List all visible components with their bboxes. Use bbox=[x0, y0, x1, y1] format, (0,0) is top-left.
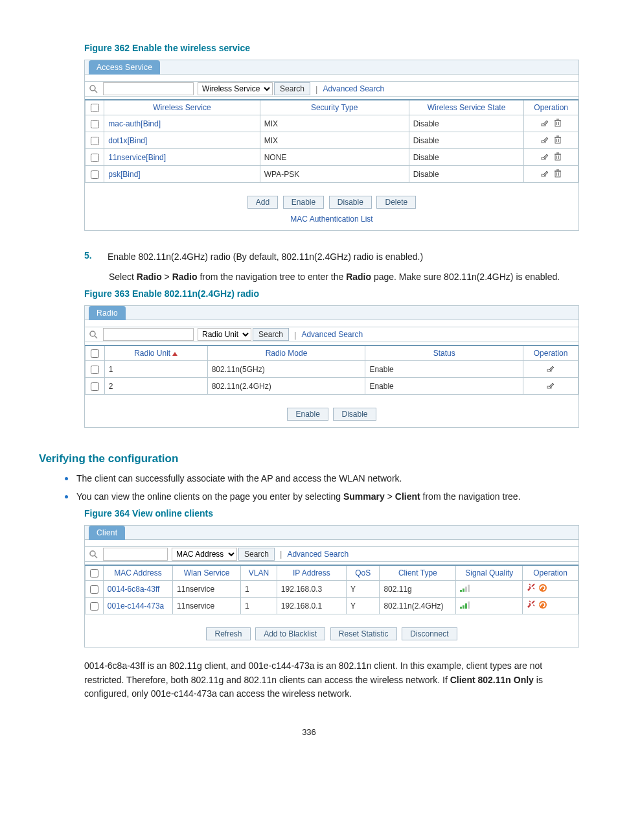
client-search-button[interactable]: Search bbox=[238, 548, 275, 561]
access-service-panel: Access Service Wireless Service Search |… bbox=[84, 60, 579, 231]
client-qos: Y bbox=[346, 598, 379, 614]
radio-advanced-search[interactable]: Advanced Search bbox=[301, 330, 363, 339]
search-icon bbox=[87, 83, 99, 95]
bind-link[interactable]: [Bind] bbox=[146, 153, 166, 162]
edit-icon[interactable] bbox=[540, 135, 549, 144]
col-mac[interactable]: MAC Address bbox=[103, 565, 172, 581]
trash-icon[interactable] bbox=[553, 118, 562, 127]
client-mac[interactable]: 001e-c144-473a bbox=[108, 601, 164, 611]
row-checkbox[interactable] bbox=[91, 120, 99, 128]
step5-paragraph: Select Radio > Radio from the navigation… bbox=[109, 270, 579, 285]
edit-icon[interactable] bbox=[540, 118, 549, 127]
ws-name: dot1x bbox=[108, 136, 127, 145]
client-service: 11nservice bbox=[173, 598, 241, 614]
client-ip: 192.168.0.1 bbox=[277, 598, 346, 614]
edit-icon[interactable] bbox=[546, 364, 555, 373]
row-checkbox[interactable] bbox=[90, 585, 98, 594]
trash-icon[interactable] bbox=[553, 135, 562, 144]
figure-362-caption: Figure 362 Enable the wireless service bbox=[84, 43, 579, 53]
row-checkbox[interactable] bbox=[91, 366, 99, 374]
sort-asc-icon bbox=[172, 352, 177, 356]
mac-auth-list-link[interactable]: MAC Authentication List bbox=[290, 215, 372, 224]
refresh-icon[interactable] bbox=[538, 600, 547, 609]
disconnect-button[interactable]: Disconnect bbox=[402, 627, 457, 640]
row-checkbox[interactable] bbox=[91, 170, 99, 179]
ws-advanced-search[interactable]: Advanced Search bbox=[323, 84, 384, 93]
enable-button[interactable]: Enable bbox=[283, 196, 324, 209]
ws-search-column[interactable]: Wireless Service bbox=[198, 82, 273, 95]
row-checkbox[interactable] bbox=[91, 137, 99, 145]
search-icon bbox=[87, 329, 99, 340]
radio-panel: Radio Radio Unit Search | Advanced Searc… bbox=[84, 305, 579, 428]
delete-button[interactable]: Delete bbox=[376, 196, 416, 209]
tab-access-service[interactable]: Access Service bbox=[89, 60, 160, 75]
col-radio-status[interactable]: Status bbox=[365, 345, 523, 361]
ws-state: Disable bbox=[409, 149, 524, 166]
client-search-column[interactable]: MAC Address bbox=[172, 548, 237, 561]
add-button[interactable]: Add bbox=[247, 196, 278, 209]
refresh-button[interactable]: Refresh bbox=[206, 627, 250, 640]
client-service: 11nservice bbox=[173, 581, 241, 598]
radio-table: Radio Unit Radio Mode Status Operation 1… bbox=[85, 345, 578, 395]
disconnect-icon[interactable] bbox=[527, 583, 536, 592]
edit-icon[interactable] bbox=[540, 152, 549, 161]
refresh-icon[interactable] bbox=[538, 583, 547, 592]
table-row: psk[Bind] WPA-PSK Disable bbox=[86, 166, 578, 183]
col-operation: Operation bbox=[524, 100, 578, 115]
table-row: 2 802.11n(2.4GHz) Enable bbox=[86, 378, 578, 395]
bind-link[interactable]: [Bind] bbox=[141, 119, 161, 128]
tab-radio[interactable]: Radio bbox=[89, 306, 126, 320]
trash-icon[interactable] bbox=[553, 169, 562, 178]
edit-icon[interactable] bbox=[540, 169, 549, 178]
col-operation: Operation bbox=[523, 345, 578, 361]
radio-search-column[interactable]: Radio Unit bbox=[198, 328, 251, 341]
tab-client[interactable]: Client bbox=[89, 526, 125, 540]
verifying-heading: Verifying the configuration bbox=[39, 452, 579, 465]
signal-quality bbox=[456, 581, 523, 598]
reset-statistic-button[interactable]: Reset Statistic bbox=[330, 627, 397, 640]
radio-search-input[interactable] bbox=[103, 328, 194, 341]
edit-icon[interactable] bbox=[546, 380, 555, 390]
client-select-all[interactable] bbox=[90, 569, 98, 578]
bind-link[interactable]: [Bind] bbox=[120, 170, 141, 179]
col-client-type[interactable]: Client Type bbox=[380, 565, 456, 581]
add-blacklist-button[interactable]: Add to Blacklist bbox=[255, 627, 325, 640]
client-vlan: 1 bbox=[241, 598, 277, 614]
radio-select-all[interactable] bbox=[91, 349, 99, 358]
col-wireless-service[interactable]: Wireless Service bbox=[104, 100, 260, 115]
client-search-input[interactable] bbox=[103, 548, 168, 561]
row-checkbox[interactable] bbox=[91, 382, 99, 391]
client-action-bar: Refresh Add to Blacklist Reset Statistic… bbox=[85, 627, 578, 640]
enable-button[interactable]: Enable bbox=[287, 408, 328, 421]
disconnect-icon[interactable] bbox=[527, 600, 536, 609]
disable-button[interactable]: Disable bbox=[333, 408, 376, 421]
ws-search-input[interactable] bbox=[103, 82, 194, 95]
client-mac[interactable]: 0014-6c8a-43ff bbox=[108, 585, 160, 594]
bind-link[interactable]: [Bind] bbox=[128, 136, 148, 145]
ws-search-button[interactable]: Search bbox=[274, 82, 310, 95]
closing-paragraph: 0014-6c8a-43ff is an 802.11g client, and… bbox=[84, 659, 579, 701]
ws-select-all[interactable] bbox=[91, 104, 99, 112]
col-security-type[interactable]: Security Type bbox=[260, 100, 409, 115]
signal-quality bbox=[456, 598, 523, 614]
col-radio-unit[interactable]: Radio Unit bbox=[104, 345, 207, 361]
client-advanced-search[interactable]: Advanced Search bbox=[287, 550, 349, 559]
page-number: 336 bbox=[39, 727, 579, 737]
col-vlan[interactable]: VLAN bbox=[241, 565, 277, 581]
row-checkbox[interactable] bbox=[91, 154, 99, 162]
client-type: 802.11n(2.4GHz) bbox=[380, 598, 456, 614]
col-wlan-service[interactable]: Wlan Service bbox=[173, 565, 241, 581]
col-qos[interactable]: QoS bbox=[346, 565, 379, 581]
ws-sec: MIX bbox=[260, 115, 409, 132]
col-ip[interactable]: IP Address bbox=[277, 565, 346, 581]
client-vlan: 1 bbox=[241, 581, 277, 598]
ws-state: Disable bbox=[409, 166, 524, 183]
trash-icon[interactable] bbox=[553, 152, 562, 161]
row-checkbox[interactable] bbox=[90, 602, 98, 611]
radio-mode: 802.11n(5GHz) bbox=[207, 361, 365, 378]
col-signal-quality[interactable]: Signal Quality bbox=[456, 565, 523, 581]
col-radio-mode[interactable]: Radio Mode bbox=[207, 345, 365, 361]
radio-search-button[interactable]: Search bbox=[253, 328, 289, 341]
col-ws-state[interactable]: Wireless Service State bbox=[409, 100, 524, 115]
disable-button[interactable]: Disable bbox=[329, 196, 372, 209]
